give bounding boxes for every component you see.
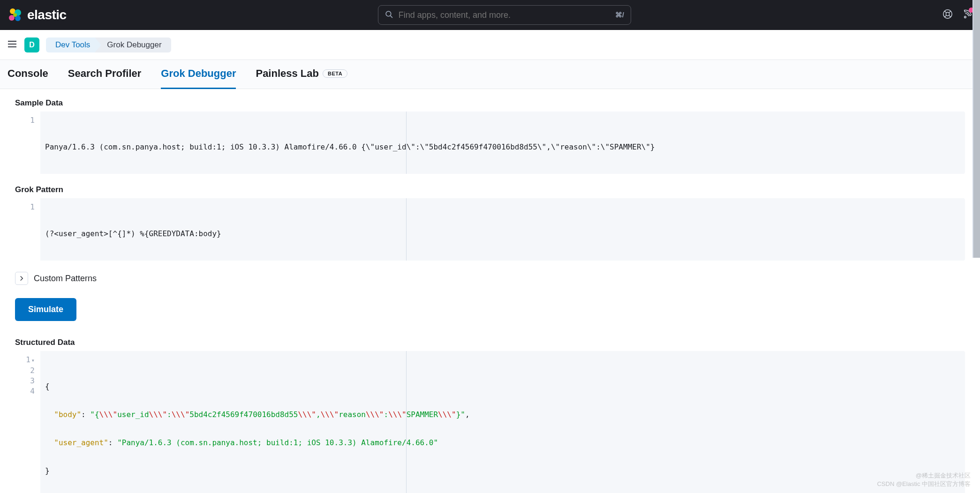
tabs-bar: Console Search Profiler Grok Debugger Pa…	[0, 60, 980, 89]
grok-pattern-editor[interactable]: 1 (?<user_agent>[^{]*) %{GREEDYDATA:body…	[15, 198, 965, 261]
svg-line-10	[949, 15, 951, 17]
space-letter: D	[29, 41, 35, 49]
brand-logo[interactable]: elastic	[8, 7, 67, 22]
elastic-logo-icon	[8, 7, 23, 22]
global-search-wrap: ⌘/	[74, 5, 935, 25]
svg-line-12	[949, 11, 951, 13]
global-search[interactable]: ⌘/	[378, 5, 631, 25]
svg-line-11	[944, 15, 946, 17]
sample-data-label: Sample Data	[15, 98, 965, 108]
simulate-button[interactable]: Simulate	[15, 298, 76, 321]
chevron-right-icon	[15, 272, 28, 285]
grok-pattern-body[interactable]: (?<user_agent>[^{]*) %{GREEDYDATA:body}	[40, 198, 965, 261]
top-header: elastic ⌘/	[0, 0, 980, 30]
custom-patterns-accordion[interactable]: Custom Patterns	[15, 272, 965, 285]
svg-line-6	[391, 15, 392, 17]
structured-data-output[interactable]: 1▾ 2 3 4 { "body": "{\\\"user_id\\\":\\\…	[15, 351, 965, 493]
breadcrumb-dev-tools[interactable]: Dev Tools	[46, 37, 95, 52]
sub-header: D Dev Tools Grok Debugger	[0, 30, 980, 60]
grok-pattern-label: Grok Pattern	[15, 185, 965, 194]
brand-text: elastic	[27, 7, 67, 22]
scrollbar[interactable]	[972, 0, 980, 258]
print-margin	[406, 198, 407, 261]
help-icon[interactable]	[942, 9, 953, 21]
print-margin	[406, 351, 407, 493]
main-content: Sample Data 1 Panya/1.6.3 (com.sn.panya.…	[0, 89, 980, 493]
breadcrumb-grok-debugger: Grok Debugger	[95, 37, 171, 52]
search-shortcut-hint: ⌘/	[615, 11, 624, 19]
print-margin	[406, 112, 407, 174]
svg-point-13	[965, 16, 966, 18]
beta-badge: BETA	[323, 69, 347, 78]
structured-data-label: Structured Data	[15, 338, 965, 347]
newsfeed-icon[interactable]	[962, 9, 972, 21]
tab-painless-lab[interactable]: Painless Lab BETA	[256, 60, 347, 89]
gutter: 1	[15, 198, 40, 261]
svg-point-4	[13, 13, 17, 17]
breadcrumb: Dev Tools Grok Debugger	[46, 37, 171, 52]
search-input[interactable]	[399, 10, 610, 20]
search-icon	[385, 10, 393, 20]
header-actions	[942, 9, 972, 21]
tab-grok-debugger[interactable]: Grok Debugger	[161, 60, 236, 89]
svg-point-5	[386, 11, 391, 16]
sample-data-editor[interactable]: 1 Panya/1.6.3 (com.sn.panya.host; build:…	[15, 112, 965, 174]
gutter: 1	[15, 112, 40, 174]
hamburger-menu-icon[interactable]	[7, 38, 18, 52]
tab-console[interactable]: Console	[8, 60, 48, 89]
custom-patterns-label: Custom Patterns	[34, 274, 97, 284]
sample-data-body[interactable]: Panya/1.6.3 (com.sn.panya.host; build:1;…	[40, 112, 965, 174]
structured-data-body: { "body": "{\\\"user_id\\\":\\\"5bd4c2f4…	[40, 351, 965, 493]
svg-line-9	[944, 11, 946, 13]
space-selector[interactable]: D	[24, 37, 39, 52]
tab-search-profiler[interactable]: Search Profiler	[68, 60, 142, 89]
svg-point-8	[946, 12, 949, 15]
gutter: 1▾ 2 3 4	[15, 351, 40, 493]
